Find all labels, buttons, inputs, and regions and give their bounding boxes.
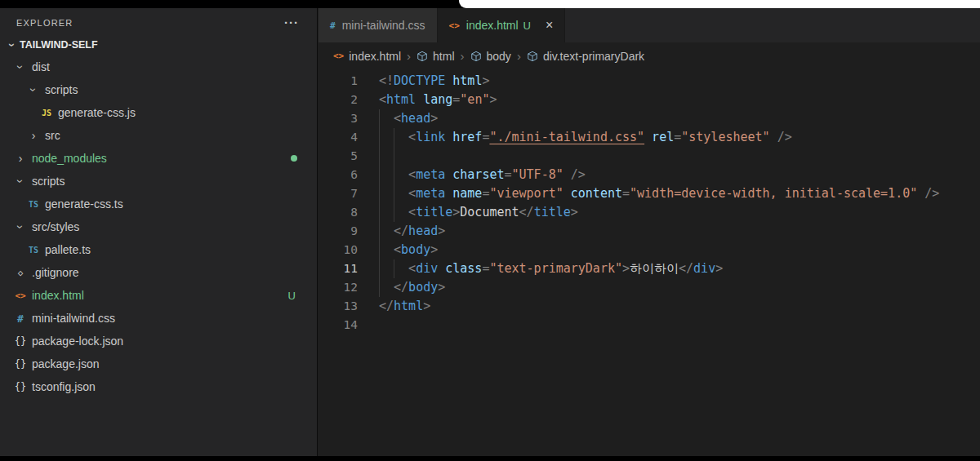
git-status-dot-icon (291, 155, 297, 162)
code-token: div (416, 261, 438, 276)
tree-file-package-lock.json[interactable]: {}package-lock.json (0, 330, 317, 352)
code-token: </ (679, 261, 693, 276)
tree-file-generate-css.js[interactable]: JSgenerate-css.js (0, 101, 317, 124)
code-token: < (394, 242, 401, 257)
item-label: mini-tailwind.css (32, 312, 115, 325)
close-icon[interactable]: × (546, 19, 553, 32)
workspace-root-row[interactable]: › TAILWIND-SELF (0, 34, 317, 55)
indent-guide (379, 203, 394, 222)
code-token: = (622, 186, 630, 201)
chevron-down-icon[interactable]: › (14, 174, 27, 188)
tree-folder-node_modules[interactable]: ›node_modules (0, 147, 317, 170)
code-line-8[interactable]: 8<title>Document</title> (318, 203, 980, 222)
code-line-content: <link href="./mini-tailwind.css" rel="st… (379, 128, 792, 147)
code-token: head (408, 224, 438, 238)
code-line-11[interactable]: 11<div class="text-primaryDark">하이하이</di… (318, 259, 980, 278)
code-token: > (571, 205, 578, 219)
code-line-13[interactable]: 13</html> (318, 297, 980, 316)
html-file-icon: <> (13, 290, 28, 301)
tree-folder-src/styles[interactable]: ›src/styles (0, 215, 317, 238)
item-label: scripts (45, 83, 78, 96)
line-number: 8 (318, 203, 358, 222)
tree-file-.gitignore[interactable]: ◇.gitignore (0, 261, 317, 284)
code-token: > (430, 111, 438, 126)
code-line-2[interactable]: 2<html lang="en"> (318, 91, 980, 109)
workspace-root-label: TAILWIND-SELF (20, 39, 98, 51)
chevron-right-icon[interactable]: › (13, 152, 28, 165)
code-token: > (715, 261, 723, 276)
tab-index.html[interactable]: <>index.htmlU× (438, 8, 566, 42)
code-line-3[interactable]: 3<head> (318, 109, 980, 128)
indent-guide (394, 128, 408, 147)
json-file-icon: {} (13, 335, 28, 347)
json-file-icon: {} (13, 358, 28, 370)
code-line-content (379, 147, 408, 166)
chevron-right-icon[interactable]: › (26, 129, 41, 142)
code-line-4[interactable]: 4<link href="./mini-tailwind.css" rel="s… (318, 128, 980, 147)
code-token: < (408, 261, 416, 276)
code-token: name (445, 186, 482, 201)
line-number: 10 (318, 241, 358, 259)
code-line-10[interactable]: 10<body> (318, 241, 980, 259)
line-number: 3 (318, 109, 358, 128)
git-untracked-badge: U (288, 290, 296, 302)
line-number: 5 (318, 147, 358, 166)
code-token: html (445, 73, 482, 88)
indent-guide (379, 166, 394, 184)
editor-group: #mini-tailwind.css<>index.htmlU× <>index… (318, 8, 980, 456)
breadcrumb-item-body[interactable]: body (470, 50, 511, 63)
tree-file-package.json[interactable]: {}package.json (0, 352, 317, 375)
tree-folder-scripts[interactable]: ›scripts (0, 78, 317, 101)
tree-file-pallete.ts[interactable]: TSpallete.ts (0, 238, 317, 261)
item-label: index.html (32, 289, 84, 302)
line-number: 6 (318, 166, 358, 184)
indent-guide (394, 203, 408, 222)
chevron-down-icon[interactable]: › (27, 82, 40, 97)
quick-input-box[interactable] (459, 0, 980, 8)
code-line-9[interactable]: 9</head> (318, 222, 980, 241)
code-token: href (445, 130, 482, 144)
code-line-7[interactable]: 7<meta name="viewport" content="width=de… (318, 184, 980, 203)
code-token: title (416, 205, 452, 219)
more-actions-icon[interactable]: ··· (284, 20, 299, 26)
code-token: lang (416, 92, 452, 107)
code-token: < (408, 205, 416, 219)
code-line-12[interactable]: 12</body> (318, 278, 980, 297)
tree-file-tsconfig.json[interactable]: {}tsconfig.json (0, 375, 317, 398)
tree-folder-dist[interactable]: ›dist (0, 55, 317, 78)
tab-mini-tailwind.css[interactable]: #mini-tailwind.css (318, 8, 438, 42)
tree-file-mini-tailwind.css[interactable]: #mini-tailwind.css (0, 307, 317, 330)
code-area: 1<!DOCTYPE html>2<html lang="en">3<head>… (318, 69, 980, 335)
code-token: </ (394, 280, 408, 295)
chevron-down-icon[interactable]: › (14, 60, 27, 74)
breadcrumb-item-div.text-primaryDark[interactable]: div.text-primaryDark (527, 50, 644, 63)
indent-guide (379, 109, 394, 128)
code-token: head (401, 111, 430, 126)
code-line-1[interactable]: 1<!DOCTYPE html> (318, 72, 980, 91)
indent-guide (379, 259, 394, 278)
code-line-content: </head> (379, 222, 445, 241)
code-token: class (438, 261, 482, 276)
chevron-down-icon[interactable]: › (14, 219, 27, 234)
breadcrumb-item-index.html[interactable]: <>index.html (333, 50, 401, 63)
indent-guide (379, 147, 394, 166)
code-line-content: <head> (379, 109, 438, 128)
tree-folder-src[interactable]: ›src (0, 124, 317, 147)
code-token: > (622, 261, 630, 276)
code-line-content: <title>Document</title> (379, 203, 578, 222)
code-line-6[interactable]: 6<meta charset="UTF-8" /> (318, 166, 980, 184)
indent-guide (379, 222, 394, 241)
tab-label: mini-tailwind.css (342, 19, 425, 32)
item-label: pallete.ts (45, 243, 91, 256)
tree-folder-scripts[interactable]: ›scripts (0, 170, 317, 193)
code-line-5[interactable]: 5 (318, 147, 980, 166)
tree-file-generate-css.ts[interactable]: TSgenerate-css.ts (0, 193, 317, 215)
window-bottom-strip (0, 456, 980, 461)
tree-file-index.html[interactable]: <>index.htmlU (0, 284, 317, 307)
code-token: < (379, 92, 386, 107)
vscode-window: EXPLORER ··· › TAILWIND-SELF ›dist›scrip… (0, 0, 980, 461)
breadcrumb-item-html[interactable]: html (416, 50, 454, 63)
breadcrumb: <>index.html›html›body›div.text-primaryD… (318, 42, 980, 69)
code-line-14[interactable]: 14 (318, 316, 980, 335)
code-token: /> (564, 167, 586, 182)
